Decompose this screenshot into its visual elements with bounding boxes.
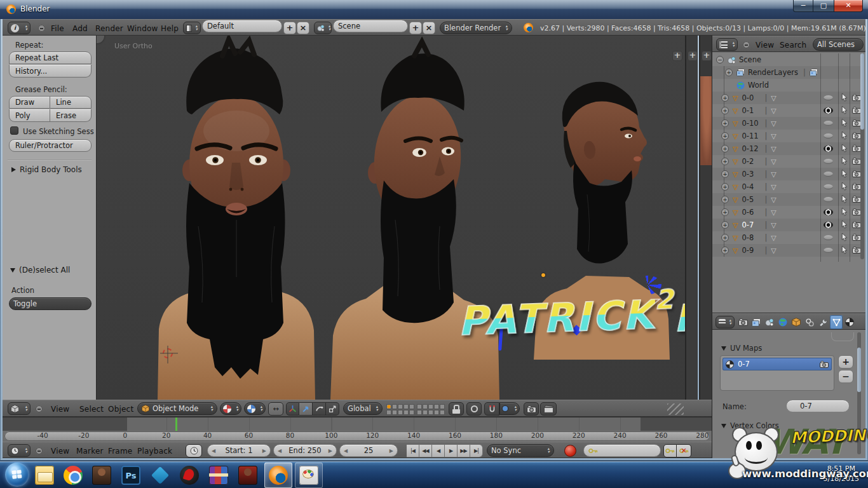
visibility-eye-icon[interactable] xyxy=(824,121,833,126)
object-name[interactable]: 0-3 xyxy=(742,170,764,179)
header-resize-grip[interactable] xyxy=(667,403,684,415)
selectability-cursor-icon[interactable] xyxy=(841,157,848,165)
start-frame-field[interactable]: ◀ Start: 1 ▶ xyxy=(207,444,271,457)
playback-button-1[interactable]: ◀◀ xyxy=(419,444,432,458)
scene-row[interactable]: − Scene xyxy=(712,53,861,66)
manipulator-translate-button[interactable] xyxy=(299,402,313,416)
end-frame-field[interactable]: ◀ End: 250 ▶ xyxy=(273,444,337,457)
render-engine-dropdown[interactable]: Blender Render ▴▾ xyxy=(440,22,512,34)
viewport-narrow-panel[interactable]: + xyxy=(685,36,698,400)
tab-modifiers[interactable] xyxy=(817,315,829,329)
outliner-object-row-0[interactable]: + ▽ 0-0 | ▽ xyxy=(712,92,861,104)
view3d-menu-view[interactable]: View xyxy=(51,405,69,414)
world-name[interactable]: World xyxy=(748,81,769,90)
panel-collapsed-icon[interactable] xyxy=(11,167,16,172)
visibility-eye-icon[interactable] xyxy=(824,184,833,189)
rigid-body-tools-label[interactable]: Rigid Body Tools xyxy=(20,165,82,174)
expand-icon[interactable]: + xyxy=(721,208,729,216)
transform-orientation-dropdown[interactable]: Global ▴▾ xyxy=(343,402,383,415)
properties-scrollbar[interactable] xyxy=(857,332,861,454)
taskbar-photoshop[interactable]: Ps xyxy=(117,463,145,488)
uv-map-item[interactable]: 0-7 xyxy=(722,358,832,370)
delete-scene-button[interactable]: × xyxy=(423,22,435,34)
minimize-button[interactable]: ─ xyxy=(793,0,813,12)
visibility-eye-icon[interactable] xyxy=(824,146,833,152)
viewport-3d[interactable]: User Ortho xyxy=(97,36,685,400)
taskbar-paint[interactable] xyxy=(295,463,323,488)
selectability-cursor-icon[interactable] xyxy=(841,233,848,241)
outliner-object-row-8[interactable]: + ▽ 0-5 | ▽ xyxy=(712,193,861,206)
outliner-object-row-7[interactable]: + ▽ 0-4 | ▽ xyxy=(712,180,861,193)
grease-draw-button[interactable]: Draw xyxy=(9,96,50,109)
selectability-cursor-icon[interactable] xyxy=(841,119,848,127)
selectability-cursor-icon[interactable] xyxy=(841,132,848,140)
visibility-eye-icon[interactable] xyxy=(824,222,833,228)
uv-name-field[interactable]: 0-7 xyxy=(786,400,850,412)
taskbar-kodi[interactable] xyxy=(146,463,174,488)
expand-icon[interactable]: + xyxy=(721,158,729,165)
preview-range-button[interactable] xyxy=(186,444,202,458)
taskbar-photo-app-2[interactable] xyxy=(234,463,262,488)
tab-object-data[interactable] xyxy=(830,315,843,329)
timeline-track[interactable] xyxy=(3,417,712,431)
renderability-camera-icon[interactable] xyxy=(852,107,861,114)
editor-type-button[interactable]: ▴▾ xyxy=(8,402,31,415)
outliner-object-row-10[interactable]: + ▽ 0-7 | ▽ xyxy=(712,219,861,231)
collapse-menus-icon[interactable] xyxy=(743,41,750,48)
visibility-eye-icon[interactable] xyxy=(824,197,833,202)
object-name[interactable]: 0-0 xyxy=(742,93,764,102)
object-name[interactable]: 0-10 xyxy=(742,119,764,128)
outliner-object-row-12[interactable]: + ▽ 0-9 | ▽ xyxy=(712,244,861,257)
scene-name[interactable]: Scene xyxy=(739,55,761,64)
visibility-eye-icon[interactable] xyxy=(824,248,833,253)
visibility-eye-icon[interactable] xyxy=(824,107,833,114)
add-scene-button[interactable]: + xyxy=(409,22,422,34)
delete-keyframe-button[interactable]: ✕ xyxy=(677,444,691,458)
object-name[interactable]: 0-4 xyxy=(742,182,764,191)
outliner-object-row-9[interactable]: + ▽ 0-6 | ▽ xyxy=(712,206,861,219)
renderability-camera-icon[interactable] xyxy=(852,221,861,228)
manipulator-toggle[interactable]: ↔ xyxy=(268,402,283,416)
tab-material[interactable] xyxy=(843,315,856,329)
tab-scene[interactable] xyxy=(763,315,776,329)
mode-dropdown[interactable]: Object Mode ▴▾ xyxy=(137,402,217,415)
renderlayers-row[interactable]: + RenderLayers | xyxy=(712,66,861,79)
manipulator-rotate-button[interactable] xyxy=(313,402,326,416)
selectability-cursor-icon[interactable] xyxy=(841,170,848,178)
keying-set-field[interactable] xyxy=(583,444,661,457)
tab-world[interactable] xyxy=(776,315,789,329)
taskbar-explorer[interactable] xyxy=(31,463,58,488)
uv-maps-title[interactable]: UV Maps xyxy=(730,344,762,353)
add-uv-map-button[interactable]: + xyxy=(838,355,853,369)
timeline-menu-playback[interactable]: Playback xyxy=(137,447,172,456)
grease-poly-button[interactable]: Poly xyxy=(9,109,50,122)
close-button[interactable]: ✕ xyxy=(834,0,863,12)
visibility-eye-icon[interactable] xyxy=(824,172,833,177)
tab-render-layers[interactable] xyxy=(750,315,763,329)
expand-icon[interactable]: + xyxy=(721,145,729,152)
scrollbar-thumb[interactable] xyxy=(857,348,861,392)
renderlayers-name[interactable]: RenderLayers xyxy=(748,68,798,77)
panel-open-icon[interactable] xyxy=(721,346,726,351)
layers-grid-1[interactable] xyxy=(386,404,414,415)
editor-type-button[interactable]: i ▴▾ xyxy=(8,22,31,34)
renderability-camera-icon[interactable] xyxy=(852,183,861,190)
timeline-menu-marker[interactable]: Marker xyxy=(76,447,104,456)
pivot-point-dropdown[interactable]: ▴▾ xyxy=(244,402,266,415)
taskbar-blender[interactable] xyxy=(264,463,292,488)
timeline-ruler[interactable]: -40-200204060801001201401601802002202402… xyxy=(3,431,712,442)
playback-button-5[interactable]: ▶| xyxy=(470,444,483,458)
expand-icon[interactable]: + xyxy=(725,69,733,76)
vertex-colors-title[interactable]: Vertex Colors xyxy=(730,421,779,430)
renderability-camera-icon[interactable] xyxy=(852,158,861,165)
view3d-menu-object[interactable]: Object xyxy=(108,405,133,414)
expand-panel-icon[interactable]: + xyxy=(672,51,682,61)
playback-button-0[interactable]: |◀ xyxy=(407,444,419,458)
scene-field[interactable]: Scene xyxy=(333,20,408,32)
object-name[interactable]: 0-2 xyxy=(742,157,764,166)
outliner-object-row-1[interactable]: + ▽ 0-1 | ▽ xyxy=(712,104,861,117)
decrement-arrow-icon[interactable]: ◀ xyxy=(278,448,281,454)
playback-button-3[interactable]: ▶ xyxy=(445,444,458,458)
visibility-eye-icon[interactable] xyxy=(824,235,833,240)
opengl-animation-button[interactable] xyxy=(540,402,557,416)
